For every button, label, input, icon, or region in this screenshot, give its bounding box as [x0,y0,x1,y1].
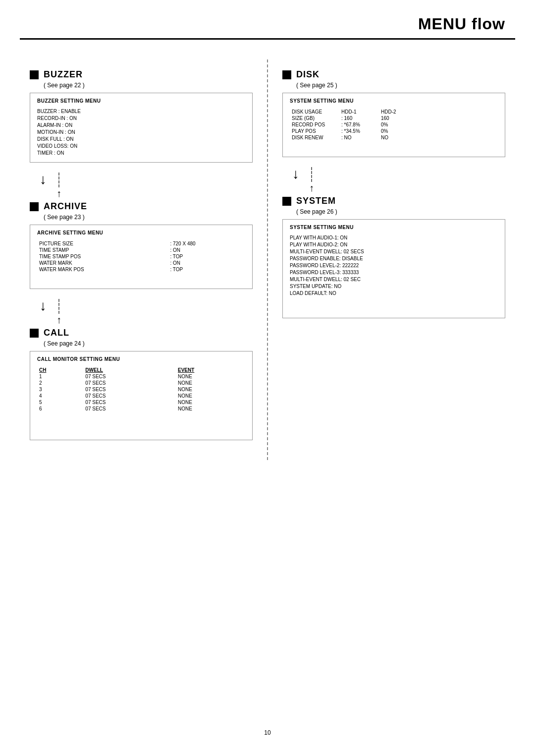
archive-menu-title: ARCHIVE SETTING MENU [37,230,245,235]
call-row-3-col-2: NONE [176,393,245,399]
buzzer-see-page: ( See page 22 ) [44,82,253,89]
call-row-3-col-1: 07 SECS [83,393,176,399]
call-row-1-col-1: 07 SECS [83,380,176,386]
call-row-4-col-1: 07 SECS [83,399,176,406]
dotted-v-2 [58,299,59,314]
disk-see-page: ( See page 25 ) [296,82,505,89]
arrow-down-2: ↓ [40,299,47,313]
buzzer-row-6: TIMER : ON [37,150,245,156]
right-arrow-1: ↓ ↑ [292,167,505,192]
archive-row-label-3: WATER MARK [37,260,168,266]
disk-row-col2-1: 160 [379,115,498,121]
disk-row-col1-0: HDD-1 [339,109,379,115]
call-row-1-col-2: NONE [176,380,245,386]
archive-row-value-4: : TOP [168,266,245,273]
disk-menu-box: SYSTEM SETTING MENU DISK USAGEHDD-1HDD-2… [282,93,505,157]
archive-row-label-1: TIME STAMP [37,247,168,253]
disk-row-col2-2: 0% [379,121,498,128]
archive-see-page: ( See page 23 ) [44,214,253,221]
call-row-3-col-0: 4 [37,393,83,399]
call-col-dwell: DWELL [83,367,176,373]
disk-table: DISK USAGEHDD-1HDD-2SIZE (GB): 160160REC… [290,109,498,141]
arrow-up-dotted-1: ↑ [56,173,61,198]
dotted-v-r1 [311,167,312,182]
system-row-9: LOAD DEFAULT: NO [290,291,498,296]
call-col-ch: CH [37,367,83,373]
call-see-page: ( See page 24 ) [44,340,253,347]
arrow-up-sym-1: ↑ [56,188,61,198]
arrow-down-r1: ↓ [292,167,299,181]
archive-title: ARCHIVE [44,201,87,212]
buzzer-icon-square [30,70,39,79]
page-number: 10 [0,729,535,736]
arrow-down-1: ↓ [40,173,47,186]
buzzer-section: BUZZER ( See page 22 ) BUZZER SETTING ME… [30,69,253,163]
system-row-8: SYSTEM UPDATE: NO [290,284,498,289]
call-title: CALL [44,328,69,338]
call-row-2-col-0: 3 [37,386,83,393]
system-row-5: PASSWORD LEVEL-3: 333333 [290,270,498,275]
system-row-0: PLAY WITH AUDIO-1: ON [290,235,498,240]
disk-icon-square [282,70,291,79]
disk-row-col1-3: : *34.5% [339,128,379,134]
call-row-5-col-1: 07 SECS [83,406,176,412]
disk-row-col1-1: : 160 [339,115,379,121]
call-row-4-col-0: 5 [37,399,83,406]
call-icon-square [30,329,39,338]
disk-row-col1-2: : *67.8% [339,121,379,128]
archive-table: PICTURE SIZE: 720 X 480TIME STAMP: ONTIM… [37,240,245,273]
arrow-up-dotted-2: ↑ [56,299,61,325]
center-divider [267,59,268,460]
system-menu-title: SYSTEM SETTING MENU [290,225,498,230]
disk-menu-title: SYSTEM SETTING MENU [290,98,498,104]
call-row-2-col-1: 07 SECS [83,386,176,393]
buzzer-row-0: BUZZER : ENABLE [37,109,245,114]
archive-row-label-4: WATER MARK POS [37,266,168,273]
left-arrow-2: ↓ ↑ [40,299,253,324]
buzzer-title: BUZZER [44,69,83,80]
system-see-page: ( See page 26 ) [296,208,505,215]
disk-row-label-0: DISK USAGE [290,109,339,115]
call-col-event: EVENT [176,367,245,373]
arrow-up-dotted-r1: ↑ [309,167,314,193]
disk-row-label-3: PLAY POS [290,128,339,134]
call-menu-title: CALL MONITOR SETTING MENU [37,356,245,362]
title-underline [20,38,515,40]
system-icon-square [282,197,291,206]
call-table: CH DWELL EVENT 107 SECSNONE207 SECSNONE3… [37,367,245,412]
archive-row-label-2: TIME STAMP POS [37,253,168,260]
buzzer-row-5: VIDEO LOSS: ON [37,143,245,149]
system-row-1: PLAY WITH AUDIO-2: ON [290,242,498,247]
call-row-0-col-2: NONE [176,373,245,380]
disk-row-label-4: DISK RENEW [290,134,339,141]
buzzer-row-2: ALARM-IN : ON [37,122,245,128]
call-row-4-col-2: NONE [176,399,245,406]
system-row-6: MULTI-EVENT DWELL: 02 SEC [290,277,498,282]
system-row-4: PASSWORD LEVEL-2: 222222 [290,263,498,268]
buzzer-menu-title: BUZZER SETTING MENU [37,98,245,104]
arrow-up-sym-2: ↑ [56,315,61,325]
buzzer-row-3: MOTION-IN : ON [37,129,245,135]
arrow-up-sym-r1: ↑ [309,183,314,193]
call-row-0-col-1: 07 SECS [83,373,176,380]
buzzer-row-1: RECORD-IN : ON [37,116,245,121]
system-title: SYSTEM [296,196,336,206]
system-row-2: MULTI-EVENT DWELL: 02 SECS [290,249,498,254]
call-row-0-col-0: 1 [37,373,83,380]
system-row-3: PASSWORD ENABLE: DISABLE [290,256,498,261]
archive-row-label-0: PICTURE SIZE [37,240,168,247]
page-title: MENU flow [0,0,535,38]
disk-row-col2-4: NO [379,134,498,141]
system-menu-box: SYSTEM SETTING MENU PLAY WITH AUDIO-1: O… [282,219,505,318]
call-row-1-col-0: 2 [37,380,83,386]
system-section: SYSTEM ( See page 26 ) SYSTEM SETTING ME… [282,196,505,318]
disk-row-label-2: RECORD POS [290,121,339,128]
archive-menu-box: ARCHIVE SETTING MENU PICTURE SIZE: 720 X… [30,225,253,289]
call-row-2-col-2: NONE [176,386,245,393]
call-row-5-col-2: NONE [176,406,245,412]
archive-row-value-2: : TOP [168,253,245,260]
disk-row-label-1: SIZE (GB) [290,115,339,121]
archive-icon-square [30,202,39,211]
call-row-5-col-0: 6 [37,406,83,412]
disk-row-col2-3: 0% [379,128,498,134]
